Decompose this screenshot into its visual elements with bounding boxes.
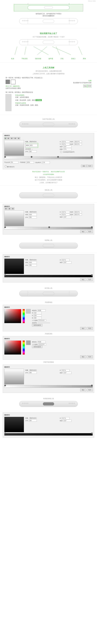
add-swatch-button[interactable]: 加到色板(A) — [32, 324, 42, 326]
quick-remove-d: 左键：去除填充颜色 — [15, 96, 92, 98]
tool-sub1: 因为包含合意填充，这里就要复杂说明 — [6, 70, 92, 72]
right-click-d: 右键：除去轮廓（边框）颜色 — [15, 99, 35, 101]
r3-title: 天线手机背面段 — [0, 361, 97, 363]
s7-title: 给天线上色 — [6, 287, 92, 289]
ok-button[interactable]: 确定 — [80, 388, 86, 391]
quick-remove: 快速去除颜色 — [15, 94, 92, 96]
part-labels: 机身手机背面指纹按键扬声器天线充电口屏幕 — [11, 58, 86, 60]
phone-body-colored — [19, 192, 78, 198]
type-label: 类型 — [26, 144, 29, 146]
phone-fingerprint-colored — [19, 401, 78, 407]
tool-title: 上色工具讲解 — [6, 66, 92, 69]
svg-line-6 — [78, 46, 82, 55]
gradient-preview — [4, 369, 24, 384]
steps-input[interactable]: 256 — [29, 150, 37, 152]
svg-line-3 — [34, 46, 48, 55]
ok-button[interactable]: 确定 — [80, 356, 86, 358]
phone-screen-colored — [19, 243, 78, 248]
instruction-2: 按Delete键删除掉 — [6, 15, 92, 17]
watermark: 授权会计家园 — [88, 0, 96, 2]
gradient-preview — [4, 140, 24, 156]
color-swatch — [26, 340, 30, 345]
section-sub: 为了下面更好的讲解，先给每个图层命一个名字 — [6, 36, 92, 38]
note-5: 自己可以获取到，也可以根据图中的数据 — [6, 179, 92, 181]
cancel-button[interactable]: 取消 — [87, 356, 93, 358]
phone-back-colored — [19, 122, 78, 128]
outline-sub: 双击图标可打开选择对话框 — [49, 82, 92, 84]
gradient-slider[interactable] — [4, 433, 93, 436]
steps-label: 步长 — [25, 151, 28, 152]
phone-bottom-outline — [19, 18, 78, 24]
cancel-button[interactable]: 取消 — [87, 388, 93, 391]
cancel-button[interactable]: 取消 — [87, 165, 93, 167]
gradient-panel-5: 编辑填充 镜像、重复和反转: 步长256 X:0.0 % 角度:0.0° — [3, 412, 94, 438]
phone-antenna-colored — [19, 291, 78, 296]
gradient-slider[interactable] — [4, 227, 93, 230]
node-pos-label: 节点位置 — [4, 162, 10, 164]
cancel-button[interactable]: 取消 — [87, 327, 93, 330]
color-picker[interactable] — [4, 309, 21, 323]
gradient-tab[interactable]: 渐变 — [88, 84, 92, 88]
ok-button[interactable]: 确定 — [80, 327, 86, 330]
gradient-slider[interactable] — [4, 156, 93, 159]
free-scale-check[interactable] — [60, 151, 62, 153]
region-1-label: 第一块区域：软件默认一般在界面右下角（可以自定义） — [6, 77, 92, 79]
fill-tool-label: 填充工具（编辑填充） — [6, 85, 48, 87]
instruction-1: 使用选择工具，选中被拆开的下半部分 — [6, 13, 92, 15]
ok-button[interactable]: 确定 — [81, 165, 87, 167]
quick-fill-d: 左键：快速填充轮廓（边框）颜色 — [15, 104, 92, 106]
svg-line-4 — [56, 46, 60, 55]
color-picker[interactable] — [4, 340, 21, 354]
fill-swatch[interactable] — [6, 80, 10, 84]
stroke-swatch[interactable] — [11, 80, 16, 84]
r2-title: 天线机身段 — [0, 333, 97, 335]
phone-labeled — [19, 39, 78, 45]
toolbar-mockup — [6, 94, 11, 111]
swatch-tab[interactable]: 色板 — [83, 84, 87, 88]
gradient-panel-1: 编辑填充 ▦▦▦▦▦ 镜像、重复和反转: 类型 线性 反转填充 ↔ 步长 256… — [3, 133, 94, 169]
svg-line-1 — [24, 46, 26, 55]
color-swatch — [26, 309, 30, 314]
convert-label: 反转填充 — [25, 148, 31, 150]
gradient-preview — [4, 210, 24, 226]
common-key-badge: 常用健 — [36, 99, 42, 101]
hue-slider[interactable] — [22, 340, 25, 354]
gradient-slider[interactable] — [4, 385, 93, 388]
cancel-button[interactable]: 取消 — [87, 230, 93, 233]
note-3: 点击这里彩色颜色 — [6, 174, 92, 176]
note-6: 上完色，点击确定就可以了 — [6, 182, 92, 184]
ok-button[interactable]: 确定 — [80, 278, 86, 281]
ok-button[interactable]: 确定 — [80, 230, 86, 233]
type-value[interactable]: 线性 — [30, 144, 38, 147]
panel-title: 编辑填充 — [4, 134, 93, 136]
region-2-label: 第二块区域：软件默认一般在界面的左边 — [6, 91, 92, 93]
label-lines — [11, 46, 86, 55]
selection-diagram — [14, 4, 83, 11]
s5-title: 给机身上色 — [6, 189, 92, 191]
svg-line-0 — [15, 46, 17, 55]
gradient-preview-dark — [4, 417, 24, 432]
fill-tool-sub: 这里可以快速选入颜色 — [6, 87, 48, 89]
gradient-panel-3: 编辑填充 镜像、重复和反转: 类型线性 步长256 X:0.0 % 角度:0.0… — [3, 254, 94, 282]
tool-sub2: 上色有些工具可用，这里主要讲解今天能用到的 — [6, 73, 92, 75]
cancel-button[interactable]: 取消 — [87, 278, 93, 281]
gradient-slider[interactable] — [4, 275, 93, 277]
color-panel-2: 编辑填充 模型(E):RGB 十六进制CCCCCC 加到色板(A) 确定取消 — [3, 336, 94, 360]
quick-fill: 快速填充去除色 — [15, 102, 92, 104]
s6-title: 给屏幕上色 — [6, 239, 92, 241]
gradient-panel-4: 编辑填充 镜像、重复和反转: 步长256 X:0.0 % 角度:0.0° 确定取… — [3, 364, 94, 393]
s4-title: 先给手机背面上色 — [6, 118, 92, 120]
svg-line-5 — [52, 46, 71, 55]
color-panel-1: 编辑填充 模型(E):RGB R204 G204 B204 十六进制CCCCCC… — [3, 305, 94, 331]
r1-title: 天线屏幕段 — [0, 301, 97, 304]
svg-line-2 — [37, 46, 47, 55]
overprint-check[interactable] — [5, 166, 7, 167]
fill-type-tabs[interactable]: ▦▦▦▦▦ — [4, 137, 93, 140]
s8-title: 给指纹按键上色 — [6, 398, 92, 400]
gradient-preview-dark — [4, 258, 24, 274]
note-1: 双击可以添加一个颜色节点 拖动可以调整节点位置 — [6, 171, 92, 173]
section-title: 现在我要开始上色了 — [6, 32, 92, 35]
add-swatch-button[interactable]: 加到色板(A) — [32, 346, 42, 348]
note-4: 备注：颜色数值，下面会出会上传源文件 — [6, 176, 92, 178]
hue-slider[interactable] — [22, 309, 25, 323]
